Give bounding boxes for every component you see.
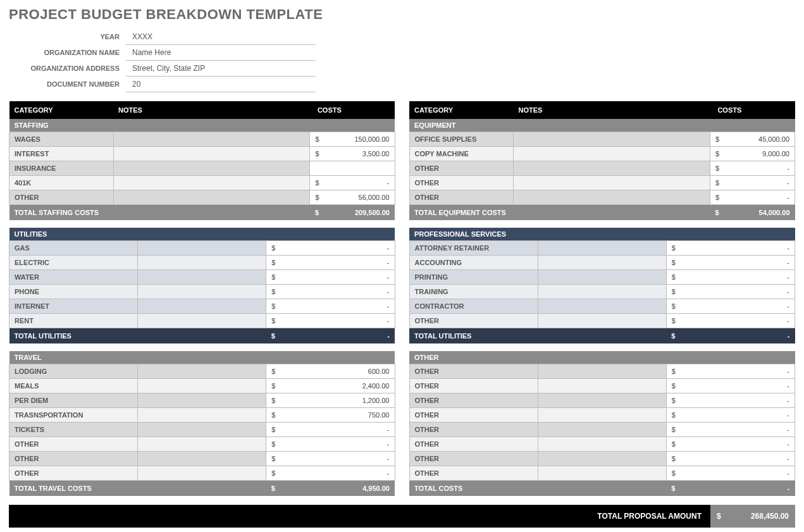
- category-cell[interactable]: ACCOUNTING: [409, 256, 538, 270]
- cost-cell[interactable]: $-: [710, 190, 795, 205]
- category-cell[interactable]: INTEREST: [9, 147, 114, 161]
- notes-cell[interactable]: [113, 132, 310, 147]
- notes-cell[interactable]: [514, 190, 710, 205]
- category-cell[interactable]: OTHER: [409, 364, 538, 379]
- notes-cell[interactable]: [514, 147, 710, 161]
- category-cell[interactable]: OTHER: [9, 466, 138, 481]
- category-cell[interactable]: TRASNSPORTATION: [9, 408, 138, 423]
- cost-cell[interactable]: $150,000.00: [310, 132, 395, 147]
- category-cell[interactable]: MEALS: [9, 379, 138, 393]
- notes-cell[interactable]: [538, 241, 666, 256]
- category-cell[interactable]: TICKETS: [9, 423, 138, 437]
- notes-cell[interactable]: [514, 161, 710, 176]
- notes-cell[interactable]: [138, 408, 266, 423]
- category-cell[interactable]: OTHER: [409, 176, 514, 190]
- cost-cell[interactable]: $3,500.00: [310, 147, 395, 161]
- cost-cell[interactable]: $-: [266, 314, 395, 328]
- category-cell[interactable]: GAS: [9, 241, 138, 256]
- cost-cell[interactable]: $-: [266, 270, 395, 285]
- cost-cell[interactable]: $-: [266, 466, 395, 481]
- category-cell[interactable]: OTHER: [409, 161, 514, 176]
- category-cell[interactable]: OTHER: [409, 190, 514, 205]
- cost-cell[interactable]: $-: [666, 314, 795, 328]
- category-cell[interactable]: PRINTING: [409, 270, 538, 285]
- notes-cell[interactable]: [138, 299, 266, 314]
- cost-cell[interactable]: $-: [666, 256, 795, 270]
- cost-cell[interactable]: $-: [666, 379, 795, 393]
- cost-cell[interactable]: $-: [666, 408, 795, 423]
- notes-cell[interactable]: [138, 314, 266, 328]
- cost-cell[interactable]: $-: [666, 241, 795, 256]
- notes-cell[interactable]: [538, 437, 666, 452]
- cost-cell[interactable]: $2,400.00: [266, 379, 395, 393]
- notes-cell[interactable]: [538, 285, 666, 299]
- cost-cell[interactable]: $750.00: [266, 408, 395, 423]
- cost-cell[interactable]: $-: [266, 256, 395, 270]
- notes-cell[interactable]: [538, 408, 666, 423]
- notes-cell[interactable]: [138, 379, 266, 393]
- notes-cell[interactable]: [538, 393, 666, 408]
- category-cell[interactable]: INTERNET: [9, 299, 138, 314]
- notes-cell[interactable]: [138, 437, 266, 452]
- category-cell[interactable]: 401K: [9, 176, 114, 190]
- category-cell[interactable]: OTHER: [9, 452, 138, 466]
- cost-cell[interactable]: $1,200.00: [266, 393, 395, 408]
- cost-cell[interactable]: $600.00: [266, 364, 395, 379]
- cost-cell[interactable]: $56,000.00: [310, 190, 395, 205]
- cost-cell[interactable]: $9,000.00: [710, 147, 795, 161]
- notes-cell[interactable]: [138, 452, 266, 466]
- category-cell[interactable]: OTHER: [9, 190, 114, 205]
- notes-cell[interactable]: [538, 256, 666, 270]
- cost-cell[interactable]: $-: [310, 176, 395, 190]
- notes-cell[interactable]: [514, 176, 710, 190]
- notes-cell[interactable]: [538, 364, 666, 379]
- notes-cell[interactable]: [138, 256, 266, 270]
- category-cell[interactable]: INSURANCE: [9, 161, 114, 176]
- category-cell[interactable]: ELECTRIC: [9, 256, 138, 270]
- info-value[interactable]: Name Here: [126, 45, 316, 61]
- category-cell[interactable]: PER DIEM: [9, 393, 138, 408]
- category-cell[interactable]: OTHER: [409, 379, 538, 393]
- category-cell[interactable]: OTHER: [409, 423, 538, 437]
- category-cell[interactable]: PHONE: [9, 285, 138, 299]
- cost-cell[interactable]: $-: [666, 299, 795, 314]
- notes-cell[interactable]: [138, 285, 266, 299]
- notes-cell[interactable]: [138, 364, 266, 379]
- category-cell[interactable]: OTHER: [409, 393, 538, 408]
- notes-cell[interactable]: [113, 190, 310, 205]
- category-cell[interactable]: CONTRACTOR: [409, 299, 538, 314]
- category-cell[interactable]: ATTORNEY RETAINER: [409, 241, 538, 256]
- cost-cell[interactable]: $-: [666, 270, 795, 285]
- notes-cell[interactable]: [113, 176, 310, 190]
- cost-cell[interactable]: $-: [266, 423, 395, 437]
- notes-cell[interactable]: [138, 466, 266, 481]
- category-cell[interactable]: WAGES: [9, 132, 114, 147]
- notes-cell[interactable]: [538, 314, 666, 328]
- notes-cell[interactable]: [538, 466, 666, 481]
- category-cell[interactable]: LODGING: [9, 364, 138, 379]
- notes-cell[interactable]: [538, 452, 666, 466]
- notes-cell[interactable]: [538, 270, 666, 285]
- info-value[interactable]: XXXX: [126, 29, 316, 45]
- notes-cell[interactable]: [138, 423, 266, 437]
- cost-cell[interactable]: [310, 161, 395, 176]
- cost-cell[interactable]: $-: [266, 452, 395, 466]
- category-cell[interactable]: OTHER: [409, 466, 538, 481]
- category-cell[interactable]: OTHER: [409, 452, 538, 466]
- category-cell[interactable]: WATER: [9, 270, 138, 285]
- category-cell[interactable]: COPY MACHINE: [409, 147, 514, 161]
- notes-cell[interactable]: [538, 299, 666, 314]
- category-cell[interactable]: OTHER: [409, 408, 538, 423]
- info-value[interactable]: Street, City, State ZIP: [126, 61, 316, 77]
- cost-cell[interactable]: $-: [666, 437, 795, 452]
- cost-cell[interactable]: $-: [710, 161, 795, 176]
- category-cell[interactable]: OTHER: [9, 437, 138, 452]
- cost-cell[interactable]: $-: [666, 423, 795, 437]
- info-value[interactable]: 20: [126, 77, 316, 92]
- notes-cell[interactable]: [113, 161, 310, 176]
- category-cell[interactable]: RENT: [9, 314, 138, 328]
- cost-cell[interactable]: $45,000.00: [710, 132, 795, 147]
- category-cell[interactable]: OTHER: [409, 437, 538, 452]
- cost-cell[interactable]: $-: [666, 364, 795, 379]
- notes-cell[interactable]: [538, 379, 666, 393]
